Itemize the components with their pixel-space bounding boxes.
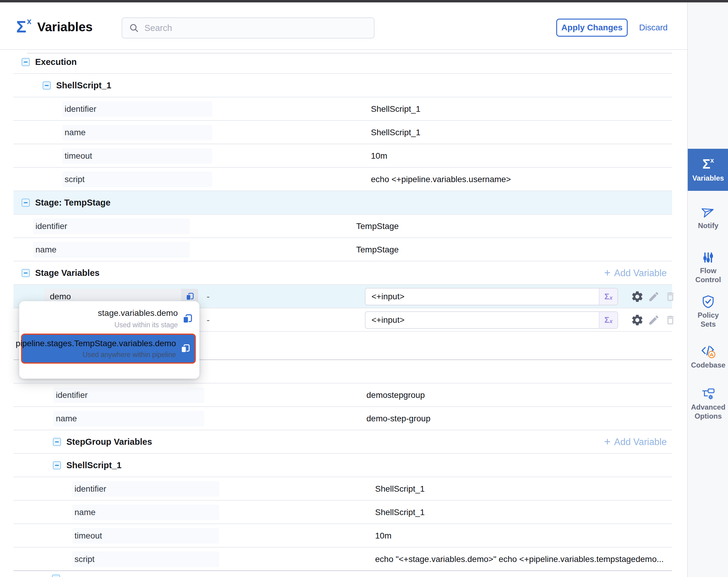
edit-variable-button[interactable] bbox=[648, 308, 660, 332]
variable-value-input[interactable]: <+input> Σx bbox=[365, 288, 618, 305]
section-label: Execution bbox=[35, 57, 77, 67]
field-value: 10m bbox=[371, 144, 387, 168]
field-row: identifier TempStage bbox=[14, 215, 672, 238]
field-row: script echo <+pipeline.variables.usernam… bbox=[14, 168, 672, 191]
discard-button[interactable]: Discard bbox=[639, 23, 668, 32]
field-value: ShellScript_1 bbox=[375, 501, 425, 524]
field-value: 10m bbox=[375, 524, 391, 548]
search-box[interactable] bbox=[122, 18, 374, 39]
field-value: echo "<+stage.variables.demo>" echo <+pi… bbox=[375, 548, 664, 571]
field-value: demostepgroup bbox=[366, 383, 425, 407]
field-label: name bbox=[33, 242, 190, 257]
field-value: ShellScript_1 bbox=[371, 121, 420, 144]
section-label: Stage Variables bbox=[35, 268, 99, 278]
field-row: name demo-step-group bbox=[14, 407, 672, 430]
variables-sigma-logo-icon: Σx bbox=[16, 18, 31, 35]
paper-plane-icon bbox=[688, 204, 728, 219]
field-label: name bbox=[72, 505, 219, 520]
search-input[interactable] bbox=[144, 23, 355, 33]
collapse-icon[interactable] bbox=[22, 58, 30, 66]
collapse-icon[interactable] bbox=[43, 81, 51, 90]
field-value: TempStage bbox=[356, 238, 399, 261]
delete-variable-button[interactable] bbox=[665, 285, 676, 308]
section-label: Stage: TempStage bbox=[35, 198, 110, 208]
flowchart-gear-icon bbox=[688, 386, 728, 401]
pipeline-variables-panel: Σx Variables Apply Changes Discard Execu… bbox=[0, 0, 728, 577]
delete-variable-button[interactable] bbox=[665, 308, 676, 332]
variable-settings-button[interactable] bbox=[631, 285, 644, 308]
field-row: timeout 10m bbox=[14, 524, 672, 548]
collapse-icon[interactable] bbox=[22, 199, 30, 207]
sidebar-item-variables[interactable]: Σx Variables bbox=[688, 149, 728, 191]
collapse-icon[interactable] bbox=[22, 269, 30, 277]
field-label: identifier bbox=[62, 101, 212, 117]
collapse-icon[interactable] bbox=[53, 438, 61, 446]
tree-section-shellscript: ShellScript_1 bbox=[14, 74, 672, 97]
field-row: script echo "<+stage.variables.demo>" ec… bbox=[14, 548, 672, 571]
sidebar-item-notify[interactable]: Notify bbox=[688, 204, 728, 230]
code-warning-icon bbox=[688, 343, 728, 359]
variables-sigma-icon: Σx bbox=[702, 157, 714, 171]
tree-section-stage-variables: Stage Variables + Add Variable bbox=[14, 261, 672, 285]
field-value: TempStage bbox=[356, 215, 399, 238]
field-row: identifier demostepgroup bbox=[14, 383, 672, 407]
field-row: timeout 10m bbox=[14, 144, 672, 168]
sliders-icon bbox=[688, 251, 728, 265]
plus-icon: + bbox=[604, 268, 610, 278]
tree-section-shellscript-2: ShellScript_1 bbox=[14, 454, 672, 477]
field-row: identifier ShellScript_1 bbox=[14, 97, 672, 121]
required-dash: - bbox=[207, 285, 210, 308]
search-icon bbox=[129, 23, 139, 33]
expression-option-pipeline-scope-selected[interactable]: pipeline.stages.TempStage.variables.demo… bbox=[21, 333, 196, 363]
right-toolbar: Σx Variables Notify bbox=[687, 2, 728, 577]
section-label: ShellScript_1 bbox=[67, 460, 122, 470]
sidebar-item-codebase[interactable]: Codebase bbox=[688, 343, 728, 370]
sidebar-item-policy-sets[interactable]: Policy Sets bbox=[688, 295, 728, 329]
expression-text: stage.variables.demo bbox=[98, 308, 178, 318]
field-row: name TempStage bbox=[14, 238, 672, 261]
plus-icon: + bbox=[604, 436, 610, 447]
sidebar-item-flow-control[interactable]: Flow Control bbox=[688, 251, 728, 284]
section-label: StepGroup Variables bbox=[67, 437, 152, 447]
field-label: timeout bbox=[62, 148, 212, 164]
add-variable-button[interactable]: + Add Variable bbox=[604, 430, 667, 454]
apply-changes-button[interactable]: Apply Changes bbox=[556, 19, 628, 37]
expression-type-icon[interactable]: Σx bbox=[599, 288, 618, 305]
edit-variable-button[interactable] bbox=[648, 285, 660, 308]
tree-section-execution: Execution bbox=[14, 50, 672, 74]
header-divider bbox=[27, 53, 672, 53]
field-value: ShellScript_1 bbox=[371, 97, 420, 121]
expression-option-stage-scope[interactable]: stage.variables.demo Used within its sta… bbox=[19, 308, 193, 329]
page-title: Variables bbox=[37, 20, 93, 34]
variable-settings-button[interactable] bbox=[631, 308, 644, 332]
collapse-icon-partial[interactable] bbox=[52, 575, 60, 577]
expression-type-icon[interactable]: Σx bbox=[599, 312, 618, 328]
sidebar-item-advanced-options[interactable]: Advanced Options bbox=[688, 386, 728, 421]
section-label: ShellScript_1 bbox=[56, 80, 111, 91]
expression-scope: Used anywhere within pipeline bbox=[16, 351, 176, 359]
required-dash: - bbox=[207, 308, 210, 332]
field-label: identifier bbox=[72, 481, 219, 497]
variable-value-input[interactable]: <+input> Σx bbox=[365, 311, 618, 329]
copy-expression-button[interactable] bbox=[182, 313, 193, 324]
variable-expression-popup: stage.variables.demo Used within its sta… bbox=[19, 301, 200, 379]
field-row: name ShellScript_1 bbox=[14, 121, 672, 144]
expression-text: pipeline.stages.TempStage.variables.demo bbox=[16, 339, 176, 348]
field-value: ShellScript_1 bbox=[375, 477, 425, 501]
field-label: script bbox=[72, 551, 219, 567]
panel-header: Σx Variables Apply Changes Discard bbox=[0, 2, 687, 50]
field-label: identifier bbox=[33, 219, 190, 234]
expression-scope: Used within its stage bbox=[98, 321, 178, 329]
add-variable-button[interactable]: + Add Variable bbox=[604, 261, 667, 285]
field-label: script bbox=[62, 172, 212, 187]
shield-check-icon bbox=[688, 295, 728, 309]
field-value: echo <+pipeline.variables.username> bbox=[371, 168, 511, 191]
field-value: demo-step-group bbox=[366, 407, 431, 430]
field-row: identifier ShellScript_1 bbox=[14, 477, 672, 501]
field-row: name ShellScript_1 bbox=[14, 501, 672, 524]
collapse-icon[interactable] bbox=[53, 461, 61, 470]
field-label: timeout bbox=[72, 528, 219, 544]
tree-section-stage-tempstage: Stage: TempStage bbox=[14, 191, 672, 215]
field-label: name bbox=[62, 125, 212, 140]
copy-expression-button[interactable] bbox=[180, 344, 190, 354]
